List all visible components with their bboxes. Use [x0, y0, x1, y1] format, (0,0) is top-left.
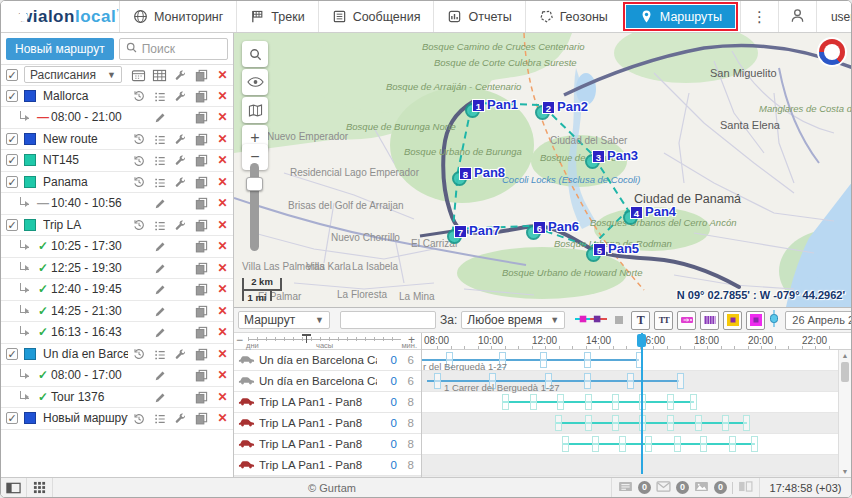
pencil-icon[interactable]: [149, 304, 170, 318]
history-icon[interactable]: [128, 153, 149, 168]
wrench-icon[interactable]: [170, 68, 191, 82]
schedule-row[interactable]: —10:40 - 10:56✕: [1, 193, 233, 215]
route-row[interactable]: ✓Panama✕: [1, 172, 233, 194]
scroll-down-icon[interactable]: ▼: [839, 468, 851, 475]
timeline-route-row[interactable]: Trip LA Pan1 - Pan808: [234, 434, 421, 455]
zoom-slider[interactable]: [250, 163, 259, 251]
interval-dropdown[interactable]: Любое время▼: [461, 311, 565, 329]
schedule-row[interactable]: ✓16:13 - 16:43✕: [1, 322, 233, 344]
delete-icon[interactable]: ✕: [212, 153, 233, 167]
timeline-route-row[interactable]: Trip LA Pan1 - Pan808: [234, 392, 421, 413]
route-search-input[interactable]: [340, 311, 436, 329]
apps-grid-button[interactable]: [27, 478, 53, 497]
tab-globe[interactable]: Мониторинг: [119, 1, 236, 32]
delete-icon[interactable]: ✕: [212, 261, 233, 275]
zoom-slider-handle[interactable]: [246, 177, 263, 191]
route-checkbox[interactable]: ✓: [6, 176, 18, 188]
route-filter-dropdown[interactable]: Маршрут▼: [238, 311, 330, 329]
table-icon[interactable]: [149, 68, 170, 82]
route-checkbox[interactable]: ✓: [6, 219, 18, 231]
text-mode-button[interactable]: T: [631, 311, 650, 330]
time-cursor[interactable]: [641, 333, 643, 474]
scroll-thumb[interactable]: [841, 362, 849, 382]
delete-icon[interactable]: ✕: [212, 175, 233, 189]
delete-icon[interactable]: ✕: [212, 218, 233, 232]
copy-icon[interactable]: [191, 304, 212, 318]
magenta-marker-button[interactable]: [746, 311, 765, 330]
view-dropdown[interactable]: Расписания▼: [24, 66, 122, 83]
toggle-panel-button[interactable]: [1, 478, 27, 497]
schedule-row[interactable]: ✓12:25 - 19:30✕: [1, 258, 233, 280]
pencil-icon[interactable]: [149, 325, 170, 339]
route-checkbox[interactable]: ✓: [6, 154, 18, 166]
new-route-button[interactable]: Новый маршрут: [6, 38, 114, 60]
striped-band-button[interactable]: [700, 311, 719, 330]
delete-icon[interactable]: ✕: [212, 368, 233, 382]
checkpoint-arrow-button[interactable]: [677, 311, 696, 330]
zoom-minus[interactable]: −: [236, 333, 243, 347]
list-icon[interactable]: [149, 153, 170, 167]
username[interactable]: user: [816, 1, 852, 32]
wrench-icon[interactable]: [170, 411, 191, 425]
scroll-up-icon[interactable]: ▲: [839, 352, 851, 359]
schedule-row[interactable]: ✓Tour 1376✕: [1, 387, 233, 409]
timeline-zoom-slider[interactable]: − + дни часы мин.: [234, 333, 421, 350]
notice-icon[interactable]: [618, 481, 633, 495]
schedule-row[interactable]: ✓12:40 - 19:45✕: [1, 279, 233, 301]
time-cursor-icon[interactable]: [769, 310, 779, 330]
timeline-route-row[interactable]: Un día en Barcelona Carrer del Ber06: [234, 350, 421, 371]
schedule-row[interactable]: —08:00 - 21:00✕: [1, 107, 233, 129]
schedule-row[interactable]: ✓14:25 - 21:30✕: [1, 301, 233, 323]
delete-icon[interactable]: ✕: [212, 196, 233, 210]
delete-icon[interactable]: ✕: [212, 132, 233, 146]
route-checkbox[interactable]: ✓: [6, 412, 18, 424]
wrench-icon[interactable]: [170, 153, 191, 167]
copy-icon[interactable]: [191, 325, 212, 339]
media-icon[interactable]: [694, 481, 709, 495]
timeline-chart[interactable]: 08:0010:0012:0014:0016:0018:0020:0022:00…: [422, 333, 851, 477]
columns-icon[interactable]: [738, 481, 753, 495]
tab-messages[interactable]: Сообщения: [318, 1, 434, 32]
chart-scrollbar[interactable]: ▲ ▼: [838, 350, 851, 477]
delete-icon[interactable]: ✕: [212, 282, 233, 296]
copy-icon[interactable]: [191, 239, 212, 253]
history-icon[interactable]: [128, 346, 149, 361]
list-icon[interactable]: [149, 175, 170, 189]
route-row[interactable]: ✓NT145✕: [1, 150, 233, 172]
history-icon[interactable]: [128, 88, 149, 103]
delete-icon[interactable]: ✕: [212, 239, 233, 253]
list-icon[interactable]: [149, 347, 170, 361]
pencil-icon[interactable]: [149, 196, 170, 210]
copy-icon[interactable]: [191, 261, 212, 275]
wrench-icon[interactable]: [170, 175, 191, 189]
tab-routes[interactable]: Маршруты: [626, 5, 735, 28]
pencil-icon[interactable]: [149, 110, 170, 124]
list-icon[interactable]: [149, 411, 170, 425]
history-icon[interactable]: [128, 131, 149, 146]
text-mode-double-button[interactable]: TT: [654, 311, 673, 330]
wrench-icon[interactable]: [170, 89, 191, 103]
route-row[interactable]: ✓Mallorca✕: [1, 86, 233, 108]
map-visibility-button[interactable]: [242, 69, 268, 95]
copy-icon[interactable]: [191, 153, 212, 167]
date-input[interactable]: 26 Апрель 2018 00:00: [785, 311, 852, 330]
tab-reports[interactable]: Отчеты: [433, 1, 524, 32]
delete-icon[interactable]: ✕: [212, 304, 233, 318]
copy-icon[interactable]: [191, 68, 212, 82]
tab-tracks[interactable]: Треки: [236, 1, 317, 32]
list-icon[interactable]: [149, 218, 170, 232]
copy-icon[interactable]: [191, 347, 212, 361]
mail-icon[interactable]: [656, 481, 671, 495]
route-row[interactable]: ✓Un día en Barcelona✕: [1, 344, 233, 366]
delete-icon[interactable]: ✕: [212, 347, 233, 361]
copy-icon[interactable]: [191, 175, 212, 189]
user-menu-button[interactable]: [778, 1, 816, 32]
schedule-row[interactable]: ✓08:00 - 17:00✕: [1, 365, 233, 387]
copy-icon[interactable]: [191, 390, 212, 404]
tab-geofences[interactable]: Геозоны: [525, 1, 621, 32]
route-row[interactable]: ✓New route✕: [1, 129, 233, 151]
list-icon[interactable]: [149, 132, 170, 146]
delete-icon[interactable]: ✕: [212, 110, 233, 124]
more-menu-button[interactable]: ⋮: [740, 1, 778, 32]
pencil-icon[interactable]: [149, 368, 170, 382]
